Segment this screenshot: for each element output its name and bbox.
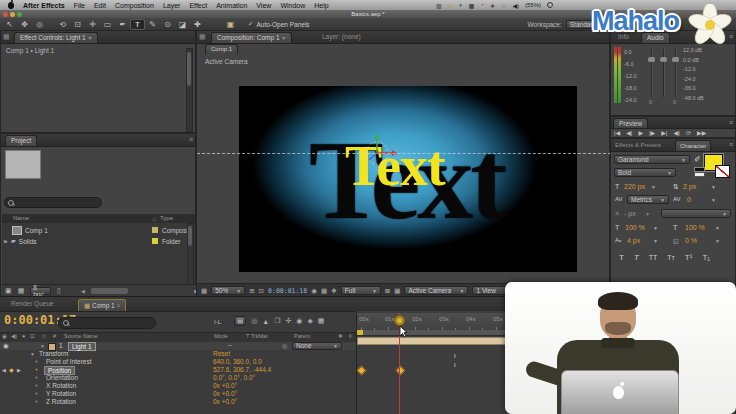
property-row-z-rotation[interactable]: ◔ Z Rotation 0x +0.0° — [0, 398, 356, 406]
eyedropper-icon[interactable]: ✐ — [694, 155, 701, 164]
tracking-value[interactable]: 0 — [687, 196, 691, 203]
brainstorm-icon[interactable]: ◉ — [296, 317, 302, 325]
leading-value[interactable]: 2 px — [683, 183, 696, 190]
new-folder-icon[interactable]: ▣ — [5, 287, 12, 295]
clone-stamp-tool-icon[interactable]: ⊙ — [160, 19, 175, 30]
folder-icon[interactable]: ▣ — [223, 19, 238, 30]
last-frame-button[interactable]: ▶| — [661, 129, 667, 136]
hscroll-left-arrow[interactable]: ◀ — [81, 288, 85, 294]
display-icon[interactable]: ▥ — [436, 2, 442, 9]
menu-view[interactable]: View — [256, 2, 271, 9]
composition-viewport[interactable]: Text Text — [239, 86, 577, 272]
safe-areas-icon[interactable]: ⊞ — [249, 287, 254, 295]
layer-expander-icon[interactable]: ▼ — [40, 342, 45, 350]
effect-controls-scrollbar[interactable] — [186, 48, 193, 132]
apple-icon[interactable] — [8, 2, 14, 9]
tab-preview[interactable]: Preview — [613, 118, 648, 128]
source-name-col-header[interactable]: Source Name — [64, 333, 98, 339]
heart-icon[interactable]: ♡ — [501, 2, 506, 9]
timemachine-icon[interactable]: ◔ — [480, 2, 484, 8]
first-frame-button[interactable]: |◀ — [614, 129, 620, 136]
channels-icon[interactable]: ❖ — [331, 287, 337, 295]
label-col-icon[interactable]: ◇ — [42, 333, 46, 339]
project-search-input[interactable] — [4, 197, 102, 208]
vscale-caret-icon[interactable]: ▼ — [653, 225, 658, 231]
stroke-width-caret-icon[interactable]: ▼ — [645, 211, 650, 217]
draft3d-icon[interactable]: ◎ — [251, 317, 257, 325]
project-row-comp1[interactable]: Comp 1 Composi — [2, 225, 195, 235]
parent-pickwhip-icon[interactable]: ◎ — [282, 342, 287, 350]
parent-col-header[interactable]: Parent — [294, 333, 310, 339]
type-tool-icon[interactable]: T — [130, 19, 145, 30]
comp-miniflow-icon[interactable]: ▤ — [234, 316, 246, 326]
tab-layer[interactable]: Layer: (none) — [317, 32, 366, 42]
stroke-width-value[interactable]: - px — [624, 210, 636, 217]
presenter-video-overlay[interactable] — [505, 282, 736, 414]
font-size-value[interactable]: 220 px — [624, 183, 645, 190]
hscroll-thumb[interactable] — [91, 288, 128, 294]
comp-timecode[interactable]: 0:00:01:18 — [268, 287, 307, 295]
menu-app[interactable]: After Effects — [23, 2, 65, 9]
character-panel-menu-icon[interactable]: ≡ — [729, 141, 733, 148]
next-keyframe-icon[interactable]: ▶ — [17, 366, 21, 374]
superscript-button[interactable]: T¹ — [685, 253, 693, 262]
work-area-start-handle[interactable] — [357, 330, 363, 335]
tsume-caret-icon[interactable]: ▼ — [715, 238, 720, 244]
stopwatch-icon[interactable]: ◔ — [34, 382, 38, 390]
baseline-caret-icon[interactable]: ▼ — [653, 238, 658, 244]
roi-icon[interactable]: ⊠ — [385, 287, 390, 295]
tab-render-queue[interactable]: Render Queue — [6, 299, 59, 309]
comp-breadcrumb-tab[interactable]: Comp 1 — [205, 44, 238, 54]
transform-group-row[interactable]: ▼ Transform Reset — [0, 350, 356, 358]
menu-edit[interactable]: Edit — [94, 2, 106, 9]
current-time-indicator[interactable] — [394, 315, 405, 326]
all-caps-button[interactable]: TT — [649, 254, 658, 261]
menu-effect[interactable]: Effect — [189, 2, 207, 9]
graph-editor-icon[interactable]: ▦ — [318, 317, 325, 325]
project-scrollbar[interactable] — [187, 223, 194, 285]
in-marker[interactable]: I — [454, 353, 456, 359]
tsume-value[interactable]: 0 % — [685, 237, 697, 244]
col-name[interactable]: Name — [13, 215, 29, 221]
spotlight-icon[interactable] — [547, 2, 553, 8]
auto-open-check-icon[interactable]: ✓ — [248, 20, 253, 28]
property-value[interactable]: 527.6, 306.7, -444.4 — [213, 366, 271, 374]
panel-grip-icon[interactable]: ▦ — [199, 33, 206, 41]
font-family-dropdown[interactable]: Garamond▼ — [614, 155, 690, 164]
property-value[interactable]: 0x +0.0° — [213, 390, 237, 398]
brush-tool-icon[interactable]: ✎ — [145, 19, 160, 30]
group-expander-icon[interactable]: ▼ — [30, 350, 35, 358]
play-button[interactable]: ▶ — [638, 129, 643, 136]
menu-window[interactable]: Window — [280, 2, 305, 9]
battery-percent[interactable]: (55%) — [525, 2, 541, 8]
faux-bold-button[interactable]: T — [619, 253, 624, 262]
light-axis-widget[interactable] — [357, 134, 399, 168]
tab-composition[interactable]: Composition: Comp 1 ▼ — [211, 32, 292, 43]
auto-open-panels-label[interactable]: Auto-Open Panels — [256, 21, 309, 28]
baseline-shift-value[interactable]: 4 px — [627, 237, 640, 244]
number-col-header[interactable]: # — [53, 333, 56, 339]
project-row-solids[interactable]: ▶ ▰ Solids Folder — [2, 236, 195, 246]
hscale-caret-icon[interactable]: ▼ — [715, 225, 720, 231]
menu-file[interactable]: File — [74, 2, 85, 9]
camera-tool-icon[interactable]: ⊡ — [70, 19, 85, 30]
preview-panel-menu-icon[interactable]: ≡ — [729, 119, 733, 126]
stopwatch-icon[interactable]: ◔ — [34, 390, 38, 398]
eraser-tool-icon[interactable]: ◪ — [175, 19, 190, 30]
keyframe-diamond[interactable] — [357, 366, 367, 376]
shape-tool-icon[interactable]: ▭ — [100, 19, 115, 30]
close-tab-icon[interactable]: × — [117, 302, 121, 309]
bit-depth-button[interactable]: 8 bpc — [30, 287, 51, 295]
tracking-caret-icon[interactable]: ▼ — [711, 197, 716, 203]
property-row-position[interactable]: ◀ ◆ ▶ ◔ Position 527.6, 306.7, -444.4 — [0, 366, 356, 374]
auto-keyframe-icon[interactable]: ◈ — [307, 317, 312, 325]
frame-blend-icon[interactable]: ❐ — [274, 317, 280, 325]
stroke-color-swatch[interactable] — [715, 165, 730, 178]
menu-animation[interactable]: Animation — [216, 2, 247, 9]
chat-icon[interactable]: ◗ — [459, 2, 463, 8]
pan-behind-tool-icon[interactable]: ✛ — [85, 19, 100, 30]
show-snapshot-icon[interactable]: ▦ — [321, 287, 327, 295]
inout-columns-toggle[interactable]: I-L — [214, 319, 221, 325]
stopwatch-icon[interactable]: ◔ — [34, 358, 38, 366]
horizontal-scale-value[interactable]: 100 % — [685, 224, 705, 231]
